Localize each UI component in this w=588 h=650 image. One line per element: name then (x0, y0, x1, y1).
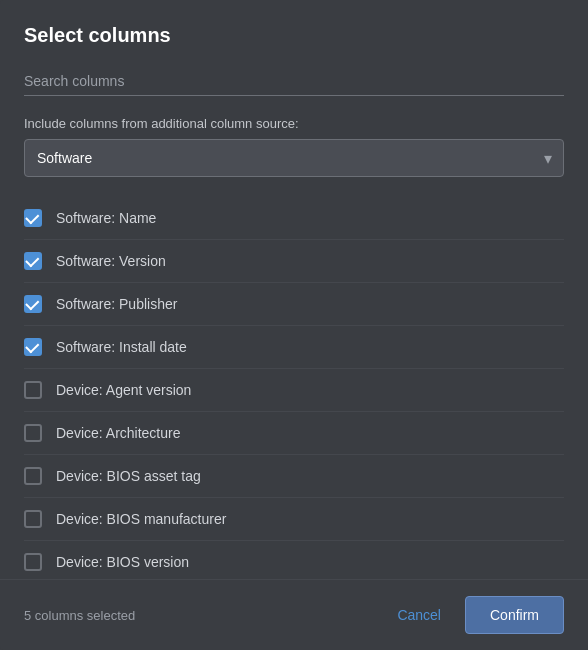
column-label-software-name: Software: Name (56, 210, 156, 226)
dropdown-wrapper: Software Device Network Custom ▾ (24, 139, 564, 177)
column-item-device-architecture[interactable]: Device: Architecture (24, 412, 564, 455)
column-item-device-agent-version[interactable]: Device: Agent version (24, 369, 564, 412)
checkbox-device-architecture[interactable] (24, 424, 42, 442)
checkbox-device-agent-version[interactable] (24, 381, 42, 399)
column-label-device-agent-version: Device: Agent version (56, 382, 191, 398)
column-source-dropdown[interactable]: Software Device Network Custom (24, 139, 564, 177)
checkbox-device-bios-asset-tag[interactable] (24, 467, 42, 485)
column-item-software-install-date[interactable]: Software: Install date (24, 326, 564, 369)
column-label-device-bios-asset-tag: Device: BIOS asset tag (56, 468, 201, 484)
dialog-footer: 5 columns selected Cancel Confirm (0, 579, 588, 650)
confirm-button[interactable]: Confirm (465, 596, 564, 634)
checkbox-software-install-date[interactable] (24, 338, 42, 356)
select-columns-dialog: Select columns Include columns from addi… (0, 0, 588, 650)
cancel-button[interactable]: Cancel (385, 599, 453, 631)
checkbox-device-bios-manufacturer[interactable] (24, 510, 42, 528)
checkbox-software-publisher[interactable] (24, 295, 42, 313)
column-label-device-bios-manufacturer: Device: BIOS manufacturer (56, 511, 226, 527)
dialog-body: Select columns Include columns from addi… (0, 0, 588, 579)
footer-buttons: Cancel Confirm (385, 596, 564, 634)
columns-list: Software: NameSoftware: VersionSoftware:… (0, 197, 588, 579)
column-item-software-publisher[interactable]: Software: Publisher (24, 283, 564, 326)
column-item-device-bios-manufacturer[interactable]: Device: BIOS manufacturer (24, 498, 564, 541)
column-item-device-bios-version[interactable]: Device: BIOS version (24, 541, 564, 579)
checkbox-software-name[interactable] (24, 209, 42, 227)
column-label-device-architecture: Device: Architecture (56, 425, 181, 441)
column-label-device-bios-version: Device: BIOS version (56, 554, 189, 570)
column-item-device-bios-asset-tag[interactable]: Device: BIOS asset tag (24, 455, 564, 498)
column-label-software-publisher: Software: Publisher (56, 296, 177, 312)
column-label-software-version: Software: Version (56, 253, 166, 269)
search-input[interactable] (24, 67, 564, 96)
checkbox-device-bios-version[interactable] (24, 553, 42, 571)
selected-count: 5 columns selected (24, 608, 135, 623)
column-item-software-name[interactable]: Software: Name (24, 197, 564, 240)
column-label-software-install-date: Software: Install date (56, 339, 187, 355)
source-label: Include columns from additional column s… (24, 116, 564, 131)
checkbox-software-version[interactable] (24, 252, 42, 270)
column-item-software-version[interactable]: Software: Version (24, 240, 564, 283)
dialog-title: Select columns (24, 24, 564, 47)
